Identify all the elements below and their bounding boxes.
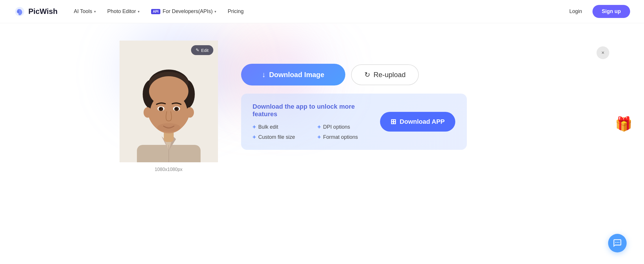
app-card-content: Download the app to unlock more features… (253, 103, 371, 141)
action-panel: ↓ Download Image ↻ Re-upload Download th… (241, 41, 467, 150)
svg-point-20 (157, 123, 180, 132)
app-grid-icon: ⊞ (390, 118, 396, 126)
signup-button[interactable]: Sign up (592, 5, 630, 18)
man-portrait-svg (120, 41, 218, 162)
chat-icon (613, 238, 622, 248)
image-size-label: 1080x1080px (155, 167, 182, 172)
svg-point-22 (186, 107, 194, 118)
chevron-down-icon: ▾ (94, 10, 96, 14)
edit-button[interactable]: ✎ Edit (191, 45, 213, 55)
download-image-button[interactable]: ↓ Download Image (241, 64, 345, 85)
chat-support-button[interactable] (608, 234, 627, 252)
edit-pencil-icon: ✎ (196, 48, 199, 53)
nav-photo-editor[interactable]: Photo Editor ▾ (103, 6, 144, 17)
app-card-title: Download the app to unlock more features (253, 103, 371, 118)
plus-icon: + (253, 124, 256, 130)
app-download-card: Download the app to unlock more features… (241, 94, 467, 150)
chevron-down-icon: ▾ (214, 10, 216, 14)
nav-auth: Login Sign up (565, 5, 630, 18)
logo[interactable]: PicWish (14, 6, 58, 17)
image-wrapper: ✎ Edit (120, 41, 218, 162)
close-icon: × (601, 50, 605, 56)
nav-pricing[interactable]: Pricing (223, 6, 248, 17)
app-features-list: + Bulk edit + DPI options + Custom file … (253, 124, 371, 141)
feature-dpi-options: + DPI options (318, 124, 371, 130)
nav-links: AI Tools ▾ Photo Editor ▾ API For Develo… (69, 6, 565, 17)
plus-icon: + (318, 124, 321, 130)
svg-point-18 (159, 108, 161, 109)
main-content: × 🎁 (0, 23, 644, 264)
login-button[interactable]: Login (565, 6, 587, 17)
feature-bulk-edit: + Bulk edit (253, 124, 306, 130)
action-buttons: ↓ Download Image ↻ Re-upload (241, 64, 467, 85)
chevron-down-icon: ▾ (138, 10, 140, 14)
svg-point-19 (175, 108, 177, 109)
image-panel: ✎ Edit 1080x1080px (120, 41, 218, 172)
plus-icon: + (253, 134, 256, 141)
logo-text: PicWish (28, 7, 58, 16)
navigation: PicWish AI Tools ▾ Photo Editor ▾ API Fo… (0, 0, 644, 23)
nav-ai-tools[interactable]: AI Tools ▾ (69, 6, 100, 17)
feature-format-options: + Format options (318, 134, 371, 141)
reupload-button[interactable]: ↻ Re-upload (351, 64, 419, 85)
nav-for-developers[interactable]: API For Developers(APIs) ▾ (146, 6, 221, 17)
close-button[interactable]: × (597, 46, 609, 59)
download-icon: ↓ (262, 70, 266, 79)
feature-custom-file-size: + Custom file size (253, 134, 306, 141)
processed-image (120, 41, 218, 162)
api-badge: API (151, 9, 160, 14)
reupload-icon: ↻ (364, 71, 370, 79)
svg-point-21 (144, 107, 152, 118)
gift-icon[interactable]: 🎁 (615, 116, 632, 132)
download-app-button[interactable]: ⊞ Download APP (380, 112, 455, 132)
content-area: ✎ Edit 1080x1080px ↓ Download Image ↻ Re… (91, 41, 554, 172)
plus-icon: + (318, 134, 321, 141)
